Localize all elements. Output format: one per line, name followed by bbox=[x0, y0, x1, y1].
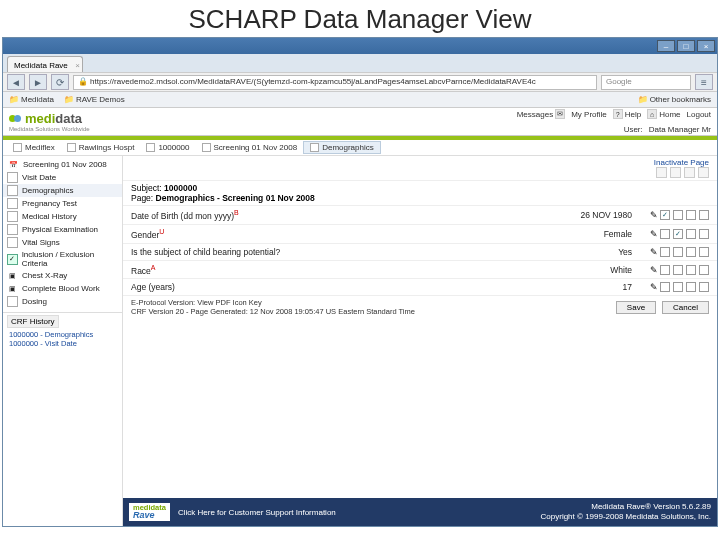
status-checkbox[interactable] bbox=[660, 282, 670, 292]
subject-value: 1000000 bbox=[164, 183, 197, 193]
window-titlebar: – □ × bbox=[3, 38, 717, 54]
status-checkbox[interactable] bbox=[699, 265, 709, 275]
status-checkbox[interactable] bbox=[686, 229, 696, 239]
status-checkbox[interactable] bbox=[673, 210, 683, 220]
sidebar-item-visit[interactable]: 📅Screening 01 Nov 2008 bbox=[3, 158, 122, 171]
app-header: medidata Medidata Solutions Worldwide Me… bbox=[3, 108, 717, 136]
status-checkbox[interactable] bbox=[686, 247, 696, 257]
menu-button[interactable]: ≡ bbox=[695, 74, 713, 90]
field-label: RaceA bbox=[131, 264, 311, 276]
status-checkbox[interactable] bbox=[660, 247, 670, 257]
search-box[interactable]: Google bbox=[601, 75, 691, 90]
page-info: Subject: 1000000 Page: Demographics - Sc… bbox=[123, 180, 717, 206]
support-link[interactable]: Click Here for Customer Support Informat… bbox=[178, 508, 336, 517]
breadcrumb-item[interactable]: Rawlings Hospt bbox=[61, 142, 141, 153]
reload-button[interactable]: ⟳ bbox=[51, 74, 69, 90]
forward-button[interactable]: ► bbox=[29, 74, 47, 90]
edit-pencil-icon[interactable]: ✎ bbox=[648, 282, 660, 292]
close-tab-icon[interactable]: × bbox=[75, 61, 80, 70]
inactivate-page-link[interactable]: Inactivate Page bbox=[123, 156, 717, 167]
address-bar-row: ◄ ► ⟳ 🔒https://ravedemo2.mdsol.com/Medid… bbox=[3, 72, 717, 92]
breadcrumb-item-active[interactable]: Demographics bbox=[303, 141, 381, 154]
sidebar-item[interactable]: ✓Inclusion / Exclusion Criteria bbox=[3, 249, 122, 269]
maximize-button[interactable]: □ bbox=[677, 40, 695, 52]
browser-tab[interactable]: Medidata Rave × bbox=[7, 56, 83, 72]
page-icon bbox=[7, 185, 18, 196]
save-button[interactable]: Save bbox=[616, 301, 656, 314]
header-links: Messages✉ My Profile ?Help ⌂Home Logout … bbox=[517, 109, 711, 134]
bookmark-folder[interactable]: Medidata bbox=[9, 95, 54, 104]
status-checkbox[interactable] bbox=[686, 282, 696, 292]
edit-pencil-icon[interactable]: ✎ bbox=[648, 210, 660, 220]
status-checkboxes bbox=[660, 265, 709, 275]
status-checkbox[interactable] bbox=[686, 265, 696, 275]
field-value: Female bbox=[604, 229, 648, 239]
logout-link[interactable]: Logout bbox=[687, 110, 711, 119]
status-checkbox[interactable] bbox=[660, 229, 670, 239]
brand-logo[interactable]: medidata Medidata Solutions Worldwide bbox=[9, 112, 90, 132]
breadcrumb-item[interactable]: Screening 01 Nov 2008 bbox=[196, 142, 304, 153]
lock-icon: 🔒 bbox=[78, 77, 88, 86]
status-checkbox[interactable] bbox=[699, 229, 709, 239]
breadcrumb-item[interactable]: 1000000 bbox=[140, 142, 195, 153]
status-checkbox[interactable] bbox=[673, 265, 683, 275]
help-link[interactable]: ?Help bbox=[613, 109, 641, 119]
status-checkboxes: ✓ bbox=[660, 210, 709, 220]
crf-history-link[interactable]: 1000000 - Demographics bbox=[7, 330, 118, 339]
field-label: Is the subject of child bearing potentia… bbox=[131, 247, 311, 257]
other-bookmarks[interactable]: Other bookmarks bbox=[638, 95, 711, 104]
messages-link[interactable]: Messages✉ bbox=[517, 109, 565, 119]
tab-title: Medidata Rave bbox=[14, 61, 68, 70]
app-body: 📅Screening 01 Nov 2008 Visit Date Demogr… bbox=[3, 156, 717, 526]
back-button[interactable]: ◄ bbox=[7, 74, 25, 90]
sidebar-item[interactable]: Visit Date bbox=[3, 171, 122, 184]
bookmark-folder[interactable]: RAVE Demos bbox=[64, 95, 125, 104]
status-checkbox[interactable] bbox=[699, 282, 709, 292]
sidebar-item[interactable]: Pregnancy Test bbox=[3, 197, 122, 210]
address-bar[interactable]: 🔒https://ravedemo2.mdsol.com/MedidataRAV… bbox=[73, 75, 597, 90]
edit-pencil-icon[interactable]: ✎ bbox=[648, 229, 660, 239]
sidebar-item[interactable]: ▣Chest X-Ray bbox=[3, 269, 122, 282]
edit-pencil-icon[interactable]: ✎ bbox=[648, 247, 660, 257]
my-profile-link[interactable]: My Profile bbox=[571, 110, 607, 119]
field-value: 17 bbox=[623, 282, 648, 292]
crf-version-text: CRF Version 20 - Page Generated: 12 Nov … bbox=[131, 307, 415, 316]
app-content: medidata Medidata Solutions Worldwide Me… bbox=[3, 108, 717, 526]
field-label: Age (years) bbox=[131, 282, 311, 292]
sidebar-item[interactable]: Dosing bbox=[3, 295, 122, 308]
data-row: RaceAWhite✎ bbox=[123, 261, 717, 280]
status-checkbox[interactable] bbox=[673, 282, 683, 292]
sidebar-item[interactable]: Vital Signs bbox=[3, 236, 122, 249]
minimize-button[interactable]: – bbox=[657, 40, 675, 52]
field-value: White bbox=[610, 265, 648, 275]
footer-logo: medidataRave bbox=[129, 503, 170, 522]
tool-icon[interactable] bbox=[684, 167, 695, 178]
edit-pencil-icon[interactable]: ✎ bbox=[648, 265, 660, 275]
eprotocol-link[interactable]: E-Protocol Version: View PDF Icon Key bbox=[131, 298, 262, 307]
sidebar-item-demographics[interactable]: Demographics bbox=[3, 184, 122, 197]
status-checkbox[interactable] bbox=[660, 265, 670, 275]
chart-icon: ▣ bbox=[7, 270, 18, 281]
sidebar-item[interactable]: ▣Complete Blood Work bbox=[3, 282, 122, 295]
tool-icon[interactable] bbox=[698, 167, 709, 178]
breadcrumb-item[interactable]: Mediflex bbox=[7, 142, 61, 153]
status-checkbox[interactable]: ✓ bbox=[660, 210, 670, 220]
page-icon bbox=[7, 237, 18, 248]
help-icon: ? bbox=[613, 109, 623, 119]
cancel-button[interactable]: Cancel bbox=[662, 301, 709, 314]
status-checkbox[interactable] bbox=[699, 247, 709, 257]
tool-icon[interactable] bbox=[670, 167, 681, 178]
status-checkbox[interactable] bbox=[699, 210, 709, 220]
status-checkbox[interactable] bbox=[686, 210, 696, 220]
sidebar-item[interactable]: Physical Examination bbox=[3, 223, 122, 236]
crf-history-link[interactable]: 1000000 - Visit Date bbox=[7, 339, 118, 348]
home-link[interactable]: ⌂Home bbox=[647, 109, 680, 119]
close-button[interactable]: × bbox=[697, 40, 715, 52]
status-checkbox[interactable]: ✓ bbox=[673, 229, 683, 239]
sidebar-item[interactable]: Medical History bbox=[3, 210, 122, 223]
bookmarks-bar: Medidata RAVE Demos Other bookmarks bbox=[3, 92, 717, 108]
tool-icon[interactable] bbox=[656, 167, 667, 178]
browser-window: – □ × Medidata Rave × ◄ ► ⟳ 🔒https://rav… bbox=[2, 37, 718, 527]
field-value: 26 NOV 1980 bbox=[580, 210, 648, 220]
status-checkbox[interactable] bbox=[673, 247, 683, 257]
